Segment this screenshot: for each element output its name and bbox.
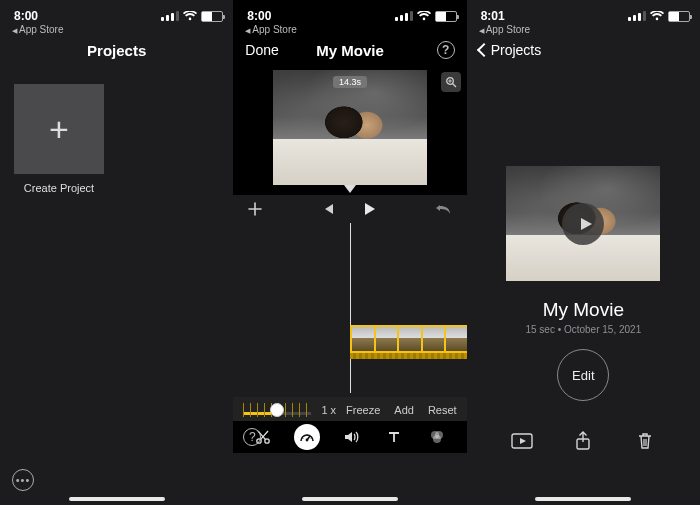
wifi-icon — [183, 11, 197, 21]
freeze-button[interactable]: Freeze — [346, 404, 380, 416]
undo-button[interactable] — [435, 202, 453, 216]
create-project-tile[interactable]: + — [14, 84, 104, 174]
playhead-line[interactable] — [350, 223, 351, 393]
back-to-app-store[interactable]: App Store — [0, 24, 233, 34]
video-preview[interactable]: 14.3s — [273, 70, 427, 185]
play-overlay-button[interactable] — [562, 203, 604, 245]
projects-screen: 8:00 App Store Projects + Create Project… — [0, 0, 233, 505]
detail-toolbar — [467, 425, 700, 457]
svg-line-1 — [452, 84, 455, 87]
speed-control-bar: 1 x Freeze Add Reset — [233, 397, 466, 423]
video-clip[interactable] — [350, 325, 467, 353]
play-rect-icon[interactable] — [510, 429, 534, 453]
nav-title: My Movie — [316, 42, 384, 59]
more-options-button[interactable]: ••• — [12, 469, 34, 491]
status-bar: 8:00 — [233, 0, 466, 26]
add-media-button[interactable] — [247, 201, 263, 217]
cellular-icon — [161, 11, 179, 21]
wifi-icon — [417, 11, 431, 21]
transport-bar — [233, 195, 466, 223]
share-icon[interactable] — [571, 429, 595, 453]
zoom-button[interactable] — [441, 72, 461, 92]
back-to-app-store[interactable]: App Store — [233, 24, 466, 34]
cellular-icon — [395, 11, 413, 21]
project-detail-screen: 8:01 App Store Projects My Movie 15 sec … — [467, 0, 700, 505]
nav-title: Projects — [87, 42, 146, 59]
add-keyframe-button[interactable]: Add — [394, 404, 414, 416]
nav-bar: Done My Movie ? — [233, 34, 466, 66]
home-indicator[interactable] — [535, 497, 631, 501]
speed-slider[interactable] — [243, 403, 311, 417]
clip-duration-badge: 14.3s — [333, 76, 367, 88]
svg-point-5 — [265, 439, 269, 443]
status-bar: 8:00 — [0, 0, 233, 26]
svg-line-7 — [307, 436, 310, 440]
status-time: 8:01 — [481, 9, 505, 23]
volume-icon[interactable] — [339, 425, 363, 449]
filters-icon[interactable] — [425, 425, 449, 449]
playhead-indicator-icon — [233, 185, 466, 195]
speedometer-icon[interactable] — [294, 424, 320, 450]
create-project-label: Create Project — [14, 182, 104, 194]
back-label: Projects — [491, 42, 542, 58]
chevron-left-icon — [479, 42, 489, 58]
plus-icon: + — [49, 112, 69, 146]
back-button[interactable]: Projects — [479, 42, 542, 58]
project-title: My Movie — [467, 299, 700, 321]
status-time: 8:00 — [247, 9, 271, 23]
svg-point-10 — [433, 435, 441, 443]
home-indicator[interactable] — [69, 497, 165, 501]
play-button[interactable] — [361, 201, 377, 217]
back-to-app-store[interactable]: App Store — [467, 24, 700, 34]
text-icon[interactable] — [382, 425, 406, 449]
home-indicator[interactable] — [302, 497, 398, 501]
speed-value: 1 x — [321, 404, 336, 416]
battery-icon — [668, 11, 690, 22]
battery-icon — [435, 11, 457, 22]
done-button[interactable]: Done — [245, 42, 278, 58]
status-bar: 8:01 — [467, 0, 700, 26]
help-button[interactable]: ? — [437, 41, 455, 59]
battery-icon — [201, 11, 223, 22]
trash-icon[interactable] — [633, 429, 657, 453]
timeline[interactable]: 1 x Freeze Add Reset ? — [233, 223, 466, 505]
cellular-icon — [628, 11, 646, 21]
nav-bar: Projects — [467, 34, 700, 66]
nav-bar: Projects — [0, 34, 233, 66]
speed-slider-knob[interactable] — [270, 403, 284, 417]
project-subtitle: 15 sec • October 15, 2021 — [467, 324, 700, 335]
reset-speed-button[interactable]: Reset — [428, 404, 457, 416]
editor-screen: 8:00 App Store Done My Movie ? 14.3s — [233, 0, 466, 505]
wifi-icon — [650, 11, 664, 21]
project-thumbnail[interactable] — [506, 166, 660, 281]
preview-area: 14.3s — [233, 66, 466, 185]
editor-toolbar: ? — [233, 421, 466, 453]
skip-start-button[interactable] — [321, 202, 335, 216]
edit-button[interactable]: Edit — [557, 349, 609, 401]
status-time: 8:00 — [14, 9, 38, 23]
